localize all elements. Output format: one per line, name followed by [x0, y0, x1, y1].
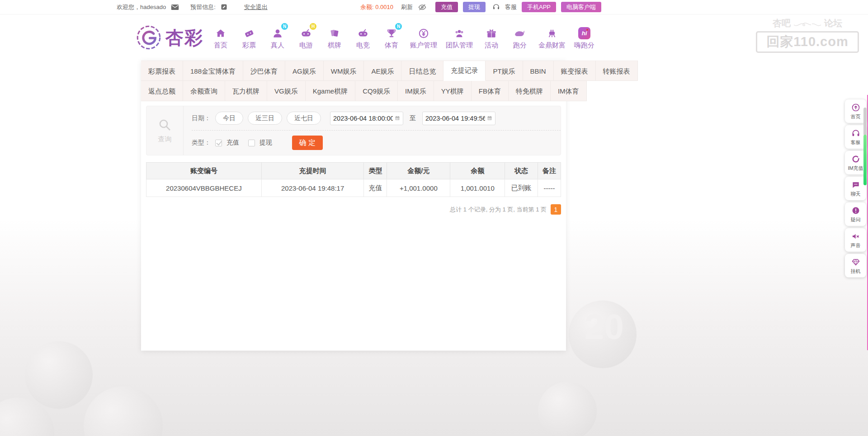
deposit-button[interactable]: 充值: [435, 2, 458, 12]
quick-7days-button[interactable]: 近七日: [287, 112, 321, 125]
chat-bubble-icon: [851, 180, 860, 189]
nav-item-activity[interactable]: 活动: [481, 26, 501, 50]
tab-item[interactable]: IM娱乐: [398, 81, 434, 101]
edit-icon[interactable]: [221, 4, 227, 10]
team-icon: [453, 26, 465, 39]
tab-item[interactable]: WM娱乐: [324, 61, 364, 81]
topbar-left: 欢迎您，hadesado 预留信息: 安全退出: [117, 3, 268, 11]
page-1-button[interactable]: 1: [551, 204, 561, 215]
withdraw-button[interactable]: 提现: [463, 2, 486, 12]
mute-speaker-icon: [851, 232, 860, 241]
sidebar-item-sound[interactable]: 声音: [845, 228, 866, 252]
tab-item[interactable]: CQ9娱乐: [355, 81, 398, 101]
tab-item-active[interactable]: 充提记录: [443, 61, 486, 81]
tab-item[interactable]: IM体育: [551, 81, 587, 101]
nav-item-jinding[interactable]: 金鼎财富: [538, 26, 566, 50]
trophy-icon: N: [386, 26, 397, 39]
site-watermark: 杏吧 论坛 回家110.com: [756, 17, 859, 53]
sidebar-item-chat[interactable]: 聊天: [845, 177, 866, 200]
nav-item-chess[interactable]: 棋牌: [325, 26, 344, 50]
nav-item-team[interactable]: 团队管理: [446, 26, 473, 50]
tab-item[interactable]: YY棋牌: [434, 81, 472, 101]
service-link[interactable]: 客服: [505, 3, 517, 11]
cell-amount: +1,001.0000: [387, 179, 450, 197]
home-icon: [215, 26, 226, 39]
tab-item[interactable]: PT娱乐: [486, 61, 523, 81]
refresh-link[interactable]: 刷新: [401, 3, 413, 11]
nav-label: 跑分: [513, 41, 527, 50]
sidebar-item-label: 挂机: [851, 268, 861, 275]
new-badge: N: [395, 23, 402, 30]
tab-item[interactable]: 账变报表: [554, 61, 596, 81]
calendar-icon[interactable]: [395, 115, 400, 122]
col-header-type: 类型: [364, 163, 387, 179]
sidebar-item-afk[interactable]: 挂机: [845, 254, 866, 277]
sidebar-item-label: 客服: [851, 139, 861, 146]
nav-item-paofen[interactable]: 跑分: [510, 26, 530, 50]
sidebar-item-home[interactable]: 首页: [845, 99, 866, 123]
nav-item-sports[interactable]: N 体育: [382, 26, 401, 50]
nav-item-hipaofen[interactable]: hi 嗨跑分: [574, 26, 594, 50]
brand-logo[interactable]: 杏彩: [136, 24, 203, 51]
gamepad-icon: H: [300, 26, 312, 39]
top-bar: 欢迎您，hadesado 预留信息: 安全退出 余额: 0.0010 刷新 充值…: [0, 0, 868, 14]
tab-item[interactable]: 沙巴体育: [243, 61, 285, 81]
tab-item[interactable]: BBIN: [523, 61, 554, 81]
tab-item[interactable]: AG娱乐: [285, 61, 324, 81]
tab-item[interactable]: VG娱乐: [267, 81, 306, 101]
tab-item[interactable]: 瓦力棋牌: [225, 81, 267, 101]
date-to-field[interactable]: [422, 112, 495, 125]
quick-3days-button[interactable]: 近三日: [248, 112, 282, 125]
nav-item-live[interactable]: N 真人: [268, 26, 288, 50]
pc-client-button[interactable]: 电脑客户端: [561, 2, 601, 12]
confirm-button[interactable]: 确 定: [292, 136, 323, 150]
hot-badge: H: [310, 23, 316, 30]
tab-item[interactable]: 特免棋牌: [509, 81, 551, 101]
sidebar-item-im-recharge[interactable]: IM充值: [845, 151, 866, 174]
withdraw-checkbox-label: 提现: [259, 139, 272, 147]
main-panel: 彩票报表 188金宝博体育 沙巴体育 AG娱乐 WM娱乐 AE娱乐 日结总览 充…: [141, 61, 566, 351]
withdraw-checkbox[interactable]: [248, 140, 255, 146]
date-from-field[interactable]: [330, 112, 403, 125]
search-label: 查询: [158, 135, 172, 144]
mobile-app-button[interactable]: 手机APP: [522, 2, 556, 12]
nav-item-egames[interactable]: H 电游: [296, 26, 316, 50]
tab-item[interactable]: 返点总额: [141, 81, 183, 101]
flourish-icon: [793, 19, 822, 28]
tab-item[interactable]: 彩票报表: [141, 61, 183, 81]
filter-panel: 查询 日期： 今日 近三日 近七日 至 类型：: [146, 106, 561, 155]
date-from-input[interactable]: [333, 115, 393, 122]
tab-item[interactable]: 转账报表: [596, 61, 638, 81]
tab-item[interactable]: AE娱乐: [364, 61, 401, 81]
sidebar-item-service[interactable]: 客服: [845, 125, 866, 149]
ding-vessel-icon: [546, 26, 558, 39]
cards-icon: [329, 26, 340, 39]
tab-item[interactable]: 日结总览: [401, 61, 443, 81]
date-to-input[interactable]: [425, 115, 485, 122]
reserved-info-label: 预留信息:: [190, 3, 216, 11]
nav-item-lottery[interactable]: 彩票: [239, 26, 259, 50]
search-block: 查询: [146, 106, 184, 155]
decor-ball: [538, 382, 597, 436]
quick-today-button[interactable]: 今日: [215, 112, 243, 125]
deposit-checkbox[interactable]: [215, 140, 222, 146]
logout-link[interactable]: 安全退出: [244, 3, 268, 11]
tab-item[interactable]: 余额查询: [183, 81, 225, 101]
tab-item[interactable]: FB体育: [472, 81, 509, 101]
nav-item-home[interactable]: 首页: [211, 26, 231, 50]
sidebar-item-question[interactable]: 疑问: [845, 202, 866, 226]
scrollbar-thumb[interactable]: [863, 135, 867, 185]
scrollbar-track[interactable]: [863, 108, 867, 136]
sidebar-item-label: 聊天: [851, 191, 861, 197]
message-icon[interactable]: [171, 4, 179, 10]
main-nav: 首页 彩票 N 真人 H 电游 棋牌: [211, 26, 594, 50]
recharge-c-icon: [851, 155, 860, 164]
tab-item[interactable]: Kgame棋牌: [306, 81, 356, 101]
brand-emblem-icon: [136, 24, 162, 51]
tab-item[interactable]: 188金宝博体育: [183, 61, 243, 81]
nav-item-account[interactable]: 账户管理: [410, 26, 437, 50]
calendar-icon[interactable]: [487, 115, 492, 122]
nav-item-esports[interactable]: 电竞: [353, 26, 373, 50]
hide-balance-icon[interactable]: [418, 3, 427, 12]
cell-balance: 1,001.0010: [450, 179, 505, 197]
